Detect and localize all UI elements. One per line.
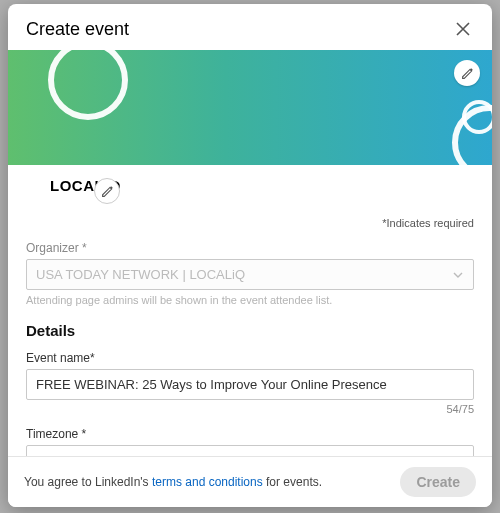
event-name-counter: 54/75 [26, 403, 474, 415]
modal-body[interactable]: LOCALiQ *Indicates required Organizer * … [8, 165, 492, 456]
modal-header: Create event [8, 4, 492, 50]
pencil-icon [101, 185, 114, 198]
timezone-value: (UTC-04:00) Eastern Time (US and Canada) [36, 453, 293, 456]
close-button[interactable] [452, 18, 474, 40]
create-button[interactable]: Create [400, 467, 476, 497]
close-icon [455, 21, 471, 37]
modal-footer: You agree to LinkedIn's terms and condit… [8, 456, 492, 507]
create-event-modal: Create event LOCALiQ *Indicates required… [8, 4, 492, 507]
logo-area: LOCALiQ [26, 165, 474, 213]
required-note: *Indicates required [26, 217, 474, 229]
terms-link[interactable]: terms and conditions [152, 475, 263, 489]
edit-banner-button[interactable] [454, 60, 480, 86]
details-heading: Details [26, 322, 474, 339]
organizer-logo: LOCALiQ [44, 165, 136, 202]
timezone-label: Timezone * [26, 427, 474, 441]
event-name-input[interactable] [26, 369, 474, 400]
chevron-down-icon [453, 272, 463, 278]
event-name-label: Event name* [26, 351, 474, 365]
organizer-label: Organizer * [26, 241, 474, 255]
edit-logo-button[interactable] [94, 178, 120, 204]
banner-decor-circle [462, 100, 492, 134]
organizer-hint: Attending page admins will be shown in t… [26, 294, 474, 306]
agree-text: You agree to LinkedIn's terms and condit… [24, 475, 322, 489]
timezone-select[interactable]: (UTC-04:00) Eastern Time (US and Canada) [26, 445, 474, 456]
modal-title: Create event [26, 19, 129, 40]
organizer-value: USA TODAY NETWORK | LOCALiQ [36, 267, 245, 282]
banner-image [8, 50, 492, 165]
organizer-select[interactable]: USA TODAY NETWORK | LOCALiQ [26, 259, 474, 290]
banner-decor-circle [48, 50, 128, 120]
pencil-icon [461, 67, 474, 80]
